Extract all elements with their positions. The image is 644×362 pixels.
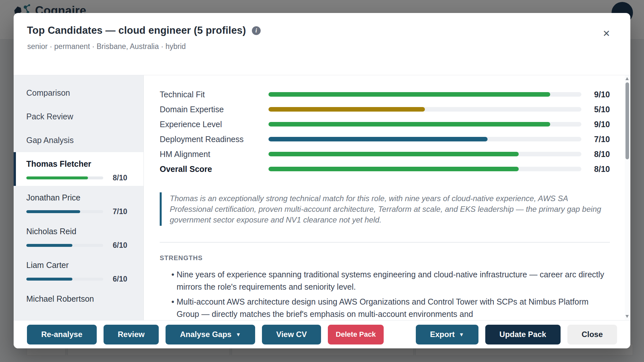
summary-quote: Thomas is an exceptionally strong techni… bbox=[160, 192, 610, 226]
modal-title: Top Candidates — cloud engineer (5 profi… bbox=[27, 25, 246, 36]
delete-pack-button[interactable]: Delete Pack bbox=[328, 325, 384, 344]
button-label: Close bbox=[582, 330, 603, 339]
footer-right-buttons: Export▼Update PackClose bbox=[416, 325, 617, 344]
chevron-down-icon: ▼ bbox=[236, 332, 241, 337]
score-value: 7/10 bbox=[581, 135, 610, 144]
strengths-list: Nine years of experience spanning tradit… bbox=[160, 268, 610, 320]
candidate-name: Michael Robertson bbox=[26, 294, 127, 304]
analyse-gaps-button[interactable]: Analyse Gaps▼ bbox=[166, 325, 255, 344]
score-bar-fill bbox=[26, 278, 72, 281]
score-row-overall-score: Overall Score8/10 bbox=[160, 162, 610, 176]
score-bar-track bbox=[268, 167, 581, 171]
score-bar-track bbox=[268, 152, 581, 156]
candidate-score-value: 7/10 bbox=[109, 207, 127, 216]
score-bar bbox=[268, 107, 581, 112]
scroll-down-icon[interactable] bbox=[625, 315, 629, 318]
section-divider bbox=[160, 242, 610, 243]
candidate-name: Jonathan Price bbox=[26, 193, 127, 202]
content-scrollbar[interactable] bbox=[625, 75, 630, 320]
score-bar-track bbox=[26, 278, 103, 281]
score-row-domain-expertise: Domain Expertise5/10 bbox=[160, 102, 610, 117]
score-value: 9/10 bbox=[581, 90, 610, 99]
candidate-score-bar: 6/10 bbox=[26, 275, 127, 284]
update-pack-button[interactable]: Update Pack bbox=[485, 325, 561, 344]
re-analyse-button[interactable]: Re-analyse bbox=[27, 325, 97, 344]
close-button[interactable]: Close bbox=[567, 325, 617, 344]
sidebar-nav: ComparisonPack ReviewGap Analysis bbox=[14, 81, 143, 152]
scrollbar-thumb[interactable] bbox=[625, 82, 629, 159]
candidate-score-bar: 8/10 bbox=[26, 174, 127, 182]
score-bar-fill bbox=[26, 210, 80, 213]
score-bar-fill bbox=[26, 176, 88, 179]
score-row-experience-level: Experience Level9/10 bbox=[160, 117, 610, 132]
score-bar-fill bbox=[268, 152, 519, 156]
candidate-score-value: 8/10 bbox=[109, 174, 127, 182]
button-label: Export bbox=[430, 330, 455, 339]
candidate-score-bar: 7/10 bbox=[26, 207, 127, 216]
strengths-heading: STRENGTHS bbox=[160, 254, 610, 262]
score-bar-track bbox=[26, 210, 103, 213]
button-label: Re-analyse bbox=[41, 330, 82, 339]
sidebar: ComparisonPack ReviewGap Analysis Thomas… bbox=[14, 75, 144, 320]
score-bar-fill bbox=[268, 167, 519, 171]
score-label: Overall Score bbox=[160, 164, 268, 174]
candidate-name: Liam Carter bbox=[26, 260, 127, 270]
candidate-score-value: 6/10 bbox=[109, 241, 127, 250]
review-button[interactable]: Review bbox=[104, 325, 159, 344]
button-label: View CV bbox=[276, 330, 307, 339]
score-bar-fill bbox=[268, 122, 550, 127]
score-bar-track bbox=[268, 137, 581, 141]
score-bar-track bbox=[268, 122, 581, 127]
scroll-up-icon[interactable] bbox=[625, 77, 629, 80]
score-label: Deployment Readiness bbox=[160, 135, 268, 144]
info-icon[interactable]: i bbox=[252, 26, 261, 35]
sidebar-item-jonathan-price[interactable]: Jonathan Price7/10 bbox=[14, 186, 143, 220]
close-icon[interactable]: ✕ bbox=[603, 29, 610, 38]
score-row-hm-alignment: HM Alignment8/10 bbox=[160, 147, 610, 162]
sidebar-item-thomas-fletcher[interactable]: Thomas Fletcher8/10 bbox=[14, 152, 143, 186]
score-label: HM Alignment bbox=[160, 150, 268, 159]
score-bar bbox=[268, 92, 581, 97]
button-label: Update Pack bbox=[500, 330, 546, 339]
score-bar-track bbox=[268, 92, 581, 97]
score-label: Domain Expertise bbox=[160, 105, 268, 114]
candidate-name: Nicholas Reid bbox=[26, 227, 127, 236]
score-label: Experience Level bbox=[160, 120, 268, 129]
sidebar-item-michael-robertson[interactable]: Michael Robertson bbox=[14, 287, 143, 320]
strength-item: Nine years of experience spanning tradit… bbox=[160, 268, 610, 293]
candidate-score-bar: 6/10 bbox=[26, 241, 127, 250]
top-candidates-modal: Top Candidates — cloud engineer (5 profi… bbox=[14, 13, 630, 348]
score-bar-fill bbox=[268, 92, 550, 97]
score-bar bbox=[268, 137, 581, 141]
view-cv-button[interactable]: View CV bbox=[262, 325, 321, 344]
sidebar-item-pack-review[interactable]: Pack Review bbox=[14, 105, 143, 128]
score-bar-track bbox=[268, 107, 581, 112]
score-bar bbox=[268, 167, 581, 171]
score-rows: Technical Fit9/10Domain Expertise5/10Exp… bbox=[160, 87, 610, 176]
sidebar-item-comparison[interactable]: Comparison bbox=[14, 81, 143, 105]
score-bar bbox=[268, 122, 581, 127]
footer-left-buttons: Re-analyseReviewAnalyse Gaps▼View CVDele… bbox=[27, 325, 384, 344]
modal-body: ComparisonPack ReviewGap Analysis Thomas… bbox=[14, 75, 630, 320]
score-value: 8/10 bbox=[581, 150, 610, 159]
sidebar-candidates: Thomas Fletcher8/10Jonathan Price7/10Nic… bbox=[14, 152, 143, 320]
score-bar-track bbox=[26, 244, 103, 247]
score-bar-fill bbox=[268, 107, 425, 112]
sidebar-item-gap-analysis[interactable]: Gap Analysis bbox=[14, 128, 143, 152]
chevron-down-icon: ▼ bbox=[459, 332, 464, 337]
modal-footer: Re-analyseReviewAnalyse Gaps▼View CVDele… bbox=[14, 320, 630, 348]
score-bar bbox=[268, 152, 581, 156]
score-bar-fill bbox=[26, 244, 72, 247]
score-bar-fill bbox=[268, 137, 488, 141]
score-bar-track bbox=[26, 176, 103, 179]
score-label: Technical Fit bbox=[160, 90, 268, 99]
export-button[interactable]: Export▼ bbox=[416, 325, 478, 344]
score-value: 9/10 bbox=[581, 120, 610, 129]
candidate-score-value: 6/10 bbox=[109, 275, 127, 284]
candidate-detail-panel: Technical Fit9/10Domain Expertise5/10Exp… bbox=[144, 75, 630, 320]
sidebar-item-nicholas-reid[interactable]: Nicholas Reid6/10 bbox=[14, 220, 143, 253]
sidebar-item-liam-carter[interactable]: Liam Carter6/10 bbox=[14, 253, 143, 287]
button-label: Analyse Gaps bbox=[180, 330, 231, 339]
modal-subtitle: senior · permanent · Brisbane, Australia… bbox=[27, 42, 186, 51]
score-value: 5/10 bbox=[581, 105, 610, 114]
